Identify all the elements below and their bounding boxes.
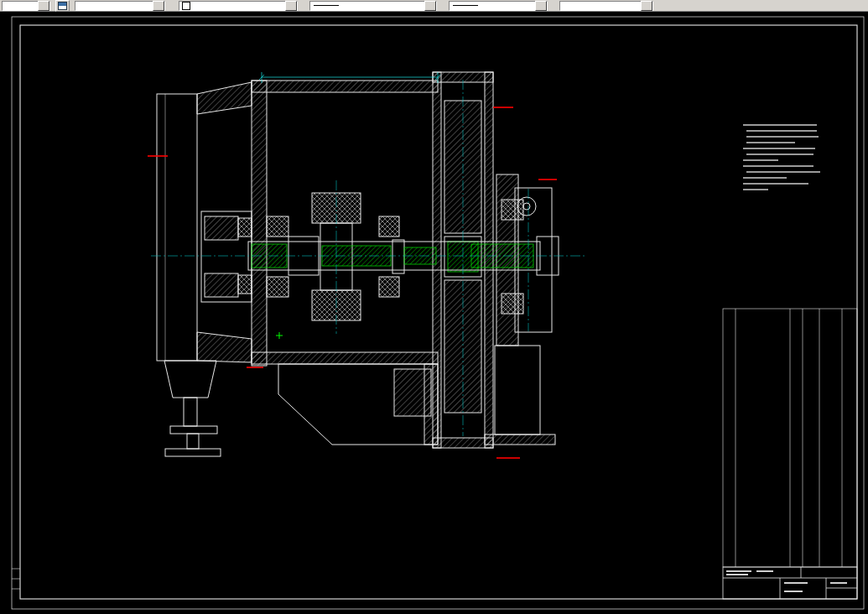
green-node-marker [276, 332, 283, 339]
assembly-drawing [0, 12, 868, 614]
text-style-button[interactable] [55, 0, 70, 12]
bom-table [723, 309, 857, 567]
cad-application-window [0, 0, 868, 614]
chevron-down-icon[interactable] [153, 1, 164, 11]
chevron-down-icon[interactable] [285, 1, 297, 11]
text-style-dropdown[interactable] [75, 1, 165, 11]
lineweight-dropdown[interactable] [449, 1, 548, 11]
technical-requirements [743, 124, 820, 190]
color-dropdown[interactable] [179, 1, 298, 11]
title-block [723, 567, 857, 599]
properties-toolbar [0, 0, 868, 12]
chevron-down-icon[interactable] [535, 1, 547, 11]
chevron-down-icon[interactable] [424, 1, 436, 11]
text-style-icon [58, 2, 67, 10]
chevron-down-icon [641, 1, 652, 11]
linetype-dropdown[interactable] [309, 1, 437, 11]
drawing-canvas[interactable] [0, 12, 868, 614]
tech-requirements-lines [743, 124, 820, 190]
lineweight-preview-icon [453, 5, 478, 6]
linetype-preview-icon [314, 5, 339, 6]
clipped-toolbar-combo[interactable] [2, 1, 50, 11]
drawing-geometry [157, 72, 559, 456]
chevron-down-icon[interactable] [38, 1, 49, 11]
plot-style-dropdown [559, 1, 653, 11]
color-swatch-icon [182, 2, 190, 10]
